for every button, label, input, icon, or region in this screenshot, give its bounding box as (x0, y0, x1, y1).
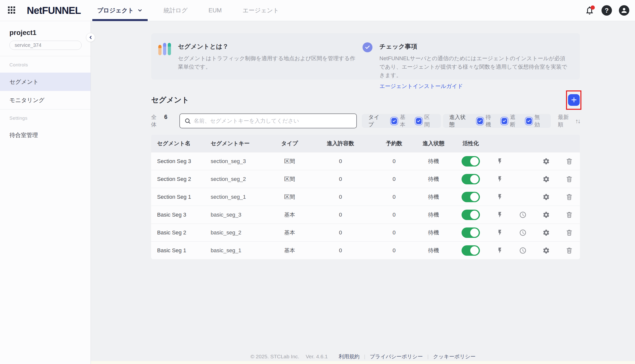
settings-icon[interactable] (542, 246, 550, 255)
activation-toggle[interactable] (462, 174, 480, 184)
main-area: セグメントとは？ セグメントはトラフィック制御を適用する地点および区間を管理する… (91, 21, 635, 364)
state-filter-blocked-label: 遮断 (510, 114, 520, 128)
bolt-icon[interactable] (496, 175, 504, 183)
activation-toggle[interactable] (462, 245, 480, 256)
sidebar-item-waiting-room[interactable]: 待合室管理 (0, 126, 91, 144)
segments-table: セグメント名 セグメントキー タイプ 進入許容数 予約数 進入状態 活性化 Se… (151, 135, 580, 259)
table-row: Section Seg 1 section_seg_1 区間 0 0 待機 (151, 188, 580, 206)
table-row: Section Seg 2 section_seg_2 区間 0 0 待機 (151, 170, 580, 188)
tab-project[interactable]: プロジェクト (92, 0, 148, 21)
checkbox-checked-icon[interactable] (526, 118, 532, 124)
sidebar-collapse-button[interactable] (86, 33, 95, 42)
tab-statistics-log[interactable]: 統計ログ (159, 0, 192, 21)
activation-toggle[interactable] (462, 156, 480, 166)
tab-eum[interactable]: EUM (203, 0, 227, 21)
add-segment-button[interactable] (568, 94, 580, 106)
sidebar-item-segments-label: セグメント (10, 78, 39, 86)
schedule-icon[interactable] (519, 210, 527, 219)
state-filter-blocked-option[interactable]: 遮断 (501, 114, 520, 128)
netfunnel-logo[interactable]: NetFUNNEL (27, 5, 81, 16)
segment-name-cell: Basic Seg 3 (151, 212, 211, 218)
delete-icon[interactable] (565, 228, 573, 237)
state-filter-waiting-option[interactable]: 待機 (476, 114, 496, 128)
terms-link[interactable]: 利用規約 (339, 353, 360, 360)
service-selector[interactable]: service_374 (10, 41, 82, 50)
header-segment-name: セグメント名 (151, 140, 211, 147)
settings-icon[interactable] (542, 193, 550, 201)
segment-key-cell: basic_seg_1 (211, 247, 265, 254)
table-row: Basic Seg 3 basic_seg_3 基本 0 0 待機 (151, 206, 580, 224)
segment-type-cell: 区間 (265, 193, 314, 201)
tab-agent[interactable]: エージェント (238, 0, 284, 21)
delete-icon[interactable] (565, 193, 573, 201)
bolt-icon[interactable] (496, 228, 504, 237)
activation-toggle[interactable] (462, 228, 480, 238)
entry-allowance-cell: 0 (314, 212, 367, 218)
segment-type-cell: 区間 (265, 176, 314, 183)
entry-state-cell: 待機 (421, 193, 446, 201)
entry-state-cell: 待機 (421, 158, 446, 165)
bolt-icon[interactable] (496, 193, 504, 201)
reservation-count-cell: 0 (367, 247, 421, 254)
settings-icon[interactable] (542, 157, 550, 166)
cookie-policy-link[interactable]: クッキーポリシー (433, 353, 476, 360)
settings-icon[interactable] (542, 175, 550, 183)
tab-eum-label: EUM (208, 7, 222, 14)
footer: © 2025. STCLab Inc. Ver. 4.6.1 利用規約 | プラ… (91, 353, 635, 360)
header-entry-state: 進入状態 (421, 140, 446, 147)
type-filter-group: タイプ 基本 区間 (362, 114, 441, 128)
checkbox-checked-icon[interactable] (502, 118, 507, 124)
search-box (179, 114, 357, 128)
table-body: Section Seg 3 section_seg_3 区間 0 0 待機 Se… (151, 152, 580, 259)
segments-bars-icon (158, 43, 171, 55)
sort-control[interactable]: 最新順 ↑↓ (558, 114, 580, 128)
footer-separator: | (427, 354, 429, 360)
settings-icon[interactable] (542, 228, 550, 237)
delete-icon[interactable] (565, 210, 573, 219)
bolt-icon[interactable] (496, 246, 504, 255)
state-filter-disabled-label: 無効 (534, 114, 545, 128)
segment-key-cell: basic_seg_2 (211, 230, 265, 236)
activation-toggle[interactable] (462, 192, 480, 202)
notifications-bell-icon[interactable] (585, 6, 594, 15)
bolt-icon[interactable] (496, 157, 504, 166)
sidebar: project1 service_374 Controls セグメント モニタリ… (0, 21, 91, 364)
segment-key-cell: section_seg_1 (211, 194, 265, 200)
type-filter-basic-option[interactable]: 基本 (390, 114, 410, 128)
bolt-icon[interactable] (496, 210, 504, 219)
sidebar-item-monitoring-label: モニタリング (10, 96, 44, 104)
copyright-text: © 2025. STCLab Inc. (251, 354, 299, 360)
entry-state-cell: 待機 (421, 211, 446, 218)
entry-allowance-cell: 0 (314, 158, 367, 164)
sidebar-item-segments[interactable]: セグメント (0, 72, 91, 91)
project-name: project1 (10, 29, 91, 37)
search-input[interactable] (194, 118, 352, 124)
reservation-count-cell: 0 (367, 176, 421, 182)
checkbox-checked-icon[interactable] (391, 118, 397, 124)
agent-install-guide-link[interactable]: エージェントインストールガイド (379, 82, 463, 90)
sidebar-divider (0, 56, 91, 56)
privacy-policy-link[interactable]: プライバシーポリシー (370, 353, 423, 360)
delete-icon[interactable] (565, 157, 573, 166)
checkbox-checked-icon[interactable] (416, 118, 421, 124)
help-icon[interactable]: ? (601, 5, 612, 16)
schedule-icon[interactable] (519, 228, 527, 237)
schedule-icon[interactable] (519, 246, 527, 255)
settings-icon[interactable] (542, 210, 550, 219)
header-activation: 活性化 (446, 140, 496, 147)
apps-grid-icon[interactable] (8, 6, 16, 14)
check-circle-icon (362, 42, 372, 52)
account-avatar-icon[interactable] (619, 5, 629, 16)
state-filter-disabled-option[interactable]: 無効 (525, 114, 545, 128)
toggle-knob (470, 193, 479, 201)
activation-toggle[interactable] (462, 210, 480, 220)
segment-key-cell: section_seg_3 (211, 158, 265, 164)
sidebar-item-monitoring[interactable]: モニタリング (0, 91, 91, 109)
checkbox-checked-icon[interactable] (477, 118, 483, 124)
delete-icon[interactable] (565, 246, 573, 255)
table-row: Basic Seg 1 basic_seg_1 基本 0 0 待機 (151, 241, 580, 259)
segment-name-cell: Section Seg 1 (151, 194, 211, 200)
type-filter-section-option[interactable]: 区間 (415, 114, 435, 128)
banner-left-description: セグメントはトラフィック制御を適用する地点および区間を管理する作業単位です。 (178, 54, 357, 71)
delete-icon[interactable] (565, 175, 573, 183)
